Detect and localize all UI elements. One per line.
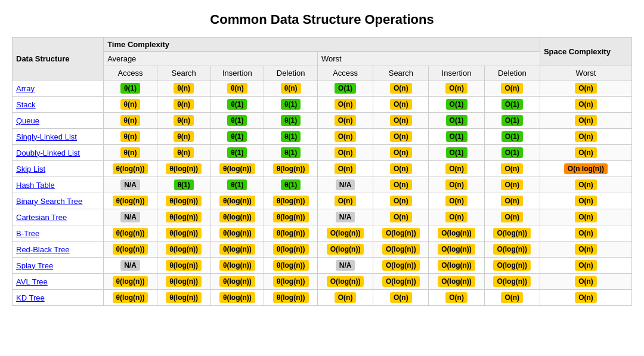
ds-name-cell[interactable]: Array xyxy=(13,81,104,97)
avg-insertion-cell: θ(log(n)) xyxy=(210,193,264,209)
ds-name-cell[interactable]: Stack xyxy=(13,97,104,113)
worst-access-cell: N/A xyxy=(317,258,373,274)
complexity-badge: θ(1) xyxy=(281,99,301,110)
ds-name-cell[interactable]: Doubly-Linked List xyxy=(13,145,104,161)
worst-deletion-cell: O(n) xyxy=(484,161,540,177)
complexity-badge: θ(n) xyxy=(120,115,141,126)
complexity-badge: O(n) xyxy=(575,212,597,222)
avg-search-cell: θ(log(n)) xyxy=(157,193,210,209)
table-row: Singly-Linked Listθ(n)θ(n)θ(1)θ(1)O(n)O(… xyxy=(13,129,632,145)
ds-name-cell[interactable]: Singly-Linked List xyxy=(13,129,104,145)
worst-deletion-cell: O(n) xyxy=(484,209,540,225)
complexity-badge: O(n) xyxy=(575,99,597,110)
avg-access-cell: N/A xyxy=(104,209,157,225)
complexity-badge: O(log(n)) xyxy=(382,276,420,287)
complexity-badge: O(n) xyxy=(445,163,467,174)
worst-deletion-cell: O(log(n)) xyxy=(484,258,540,274)
ds-name-cell[interactable]: Binary Search Tree xyxy=(13,193,104,209)
space-cell: O(n) xyxy=(540,97,631,113)
worst-search-cell: O(n) xyxy=(373,177,429,193)
avg-search-cell: θ(log(n)) xyxy=(157,274,210,290)
avg-deletion-cell: θ(log(n)) xyxy=(264,225,318,242)
ds-name-cell[interactable]: AVL Tree xyxy=(13,274,104,290)
table-row: AVL Treeθ(log(n))θ(log(n))θ(log(n))θ(log… xyxy=(13,274,632,290)
complexity-badge: θ(n) xyxy=(120,147,141,158)
avg-insertion-cell: θ(log(n)) xyxy=(210,225,264,242)
avg-access-cell: N/A xyxy=(104,177,157,193)
complexity-badge: O(n) xyxy=(390,163,412,174)
worst-insertion-cell: O(log(n)) xyxy=(429,258,484,274)
worst-access-cell: O(n) xyxy=(317,129,373,145)
complexity-badge: O(log(n)) xyxy=(438,260,475,271)
table-row: Hash TableN/Aθ(1)θ(1)θ(1)N/AO(n)O(n)O(n)… xyxy=(13,177,632,193)
complexity-badge: θ(1) xyxy=(281,131,301,142)
ds-name-cell[interactable]: Red-Black Tree xyxy=(13,242,104,258)
worst-deletion-cell: O(n) xyxy=(484,193,540,209)
avg-access-cell: θ(1) xyxy=(104,81,157,97)
col-ds: Data Structure xyxy=(13,38,104,81)
complexity-badge: θ(n) xyxy=(174,115,194,126)
space-cell: O(n) xyxy=(540,193,631,209)
complexity-badge: θ(log(n)) xyxy=(166,196,202,206)
ds-name-cell[interactable]: Splay Tree xyxy=(13,258,104,274)
worst-search-cell: O(n) xyxy=(373,209,429,225)
avg-deletion-cell: θ(log(n)) xyxy=(264,209,318,225)
ds-name-cell[interactable]: Queue xyxy=(13,113,104,129)
space-cell: O(n log(n)) xyxy=(540,161,631,177)
table-row: Queueθ(n)θ(n)θ(1)θ(1)O(n)O(n)O(1)O(1)O(n… xyxy=(13,113,632,129)
worst-access-cell: O(1) xyxy=(317,81,373,97)
worst-search-cell: O(n) xyxy=(373,145,429,161)
avg-search-cell: θ(log(n)) xyxy=(157,258,210,274)
space-cell: O(n) xyxy=(540,177,631,193)
complexity-badge: θ(log(n)) xyxy=(273,244,309,255)
worst-insertion-cell: O(n) xyxy=(429,161,484,177)
worst-access-cell: O(n) xyxy=(317,161,373,177)
complexity-badge: O(n) xyxy=(390,83,412,94)
ds-name-cell[interactable]: B-Tree xyxy=(13,225,104,242)
avg-deletion-cell: θ(log(n)) xyxy=(264,258,318,274)
table-row: Stackθ(n)θ(n)θ(1)θ(1)O(n)O(n)O(1)O(1)O(n… xyxy=(13,97,632,113)
avg-deletion-cell: θ(log(n)) xyxy=(264,290,318,306)
complexity-badge: O(n) xyxy=(575,115,597,126)
avg-insertion-cell: θ(1) xyxy=(210,145,264,161)
complexity-badge: O(n) xyxy=(575,131,597,142)
avg-deletion-cell: θ(log(n)) xyxy=(264,193,318,209)
ds-name-cell[interactable]: Skip List xyxy=(13,161,104,177)
complexity-badge: θ(log(n)) xyxy=(273,163,309,174)
complexity-badge: O(n) xyxy=(390,131,412,142)
ds-name-cell[interactable]: KD Tree xyxy=(13,290,104,306)
table-row: Red-Black Treeθ(log(n))θ(log(n))θ(log(n)… xyxy=(13,242,632,258)
complexity-badge: O(log(n)) xyxy=(493,228,531,239)
complexity-badge: θ(log(n)) xyxy=(273,212,309,222)
complexity-badge: O(log(n)) xyxy=(382,260,420,271)
col-worst-search: Search xyxy=(373,66,429,81)
complexity-badge: O(1) xyxy=(446,131,467,142)
complexity-badge: O(n) xyxy=(390,212,412,222)
worst-insertion-cell: O(1) xyxy=(429,145,484,161)
complexity-badge: θ(log(n)) xyxy=(166,228,202,239)
complexity-badge: θ(n) xyxy=(174,147,194,158)
avg-insertion-cell: θ(1) xyxy=(210,113,264,129)
avg-insertion-cell: θ(log(n)) xyxy=(210,242,264,258)
complexity-badge: O(log(n)) xyxy=(438,276,475,287)
complexity-badge: O(log(n)) xyxy=(327,228,364,239)
complexity-badge: O(n) xyxy=(335,115,357,126)
complexity-badge: θ(log(n)) xyxy=(219,163,255,174)
worst-search-cell: O(n) xyxy=(373,113,429,129)
complexity-badge: θ(n) xyxy=(174,131,194,142)
complexity-badge: N/A xyxy=(120,212,140,222)
complexity-badge: θ(1) xyxy=(227,115,247,126)
worst-access-cell: O(n) xyxy=(317,97,373,113)
ds-name-cell[interactable]: Hash Table xyxy=(13,177,104,193)
complexity-badge: N/A xyxy=(120,260,140,271)
worst-search-cell: O(n) xyxy=(373,97,429,113)
ds-name-cell[interactable]: Cartesian Tree xyxy=(13,209,104,225)
worst-insertion-cell: O(log(n)) xyxy=(429,225,484,242)
complexity-badge: θ(1) xyxy=(281,179,301,190)
space-cell: O(n) xyxy=(540,242,631,258)
complexity-badge: θ(log(n)) xyxy=(273,276,309,287)
complexity-badge: θ(log(n)) xyxy=(219,228,255,239)
space-cell: O(n) xyxy=(540,258,631,274)
complexity-badge: θ(log(n)) xyxy=(166,212,202,222)
worst-access-cell: O(log(n)) xyxy=(317,242,373,258)
